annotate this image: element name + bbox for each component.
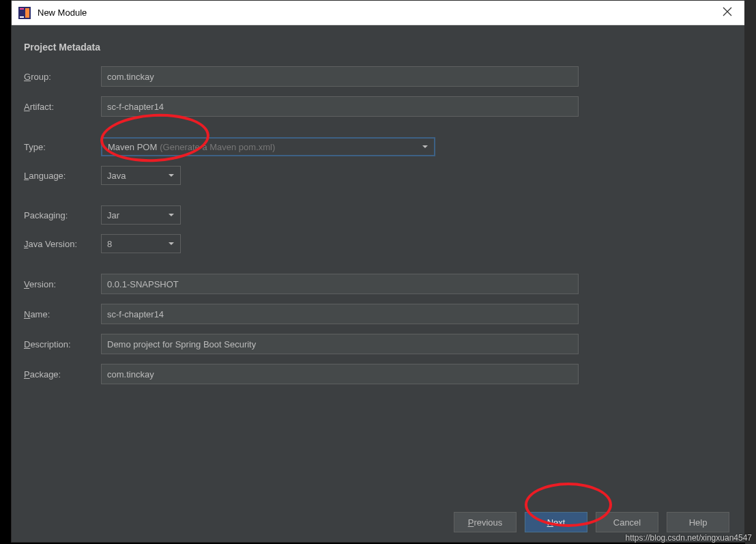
label-description: Description:: [24, 339, 101, 349]
chevron-down-icon: [168, 171, 175, 181]
titlebar: New Module: [12, 1, 744, 25]
version-input[interactable]: [101, 274, 579, 294]
type-select[interactable]: Maven POM (Generate a Maven pom.xml): [101, 137, 435, 156]
label-version: Version:: [24, 279, 101, 289]
row-packaging: Packaging: Jar: [24, 205, 732, 225]
previous-button[interactable]: Previous: [454, 512, 517, 532]
label-artifact: Artifact:: [24, 102, 101, 112]
watermark: https://blog.csdn.net/xingxuan4547: [626, 533, 752, 543]
type-select-hint: (Generate a Maven pom.xml): [160, 142, 275, 152]
svg-rect-3: [25, 8, 29, 18]
label-language: Language:: [24, 171, 101, 181]
section-header: Project Metadata: [24, 42, 732, 53]
label-group: Group:: [24, 72, 101, 82]
row-name: Name:: [24, 304, 732, 324]
package-input[interactable]: [101, 364, 579, 384]
row-artifact: Artifact:: [24, 96, 732, 117]
new-module-dialog: New Module Project Metadata Group: Artif…: [11, 0, 745, 543]
label-name: Name:: [24, 309, 101, 319]
background-sliver: [745, 0, 756, 544]
language-select-value: Java: [107, 171, 126, 181]
intellij-icon: [18, 7, 31, 19]
name-input[interactable]: [101, 304, 579, 324]
row-package: Package:: [24, 364, 732, 384]
chevron-down-icon: [168, 210, 175, 220]
packaging-select-value: Jar: [107, 210, 119, 220]
svg-rect-2: [20, 16, 24, 18]
java-version-select[interactable]: 8: [101, 234, 181, 253]
footer: Previous Next Cancel Help: [454, 512, 729, 532]
label-packaging: Packaging:: [24, 210, 101, 220]
svg-rect-1: [20, 8, 24, 10]
label-type: Type:: [24, 142, 101, 152]
language-select[interactable]: Java: [101, 166, 181, 185]
description-input[interactable]: [101, 334, 579, 354]
group-input[interactable]: [101, 66, 579, 87]
row-version: Version:: [24, 274, 732, 294]
row-language: Language: Java: [24, 166, 732, 185]
chevron-down-icon: [168, 239, 175, 249]
packaging-select[interactable]: Jar: [101, 205, 181, 225]
help-button[interactable]: Help: [667, 512, 729, 532]
row-type: Type: Maven POM (Generate a Maven pom.xm…: [24, 137, 732, 156]
dialog-title: New Module: [38, 8, 717, 18]
label-java-version: Java Version:: [24, 239, 101, 249]
chevron-down-icon: [422, 142, 428, 152]
content-area: Project Metadata Group: Artifact: Type: …: [12, 25, 744, 384]
row-group: Group:: [24, 66, 732, 87]
cancel-button[interactable]: Cancel: [596, 512, 658, 532]
artifact-input[interactable]: [101, 96, 579, 117]
label-package: Package:: [24, 369, 101, 380]
type-select-value: Maven POM: [108, 142, 157, 152]
next-button[interactable]: Next: [525, 512, 587, 532]
java-version-select-value: 8: [107, 239, 112, 249]
close-icon[interactable]: [717, 7, 738, 18]
row-description: Description:: [24, 334, 732, 354]
row-java-version: Java Version: 8: [24, 234, 732, 253]
